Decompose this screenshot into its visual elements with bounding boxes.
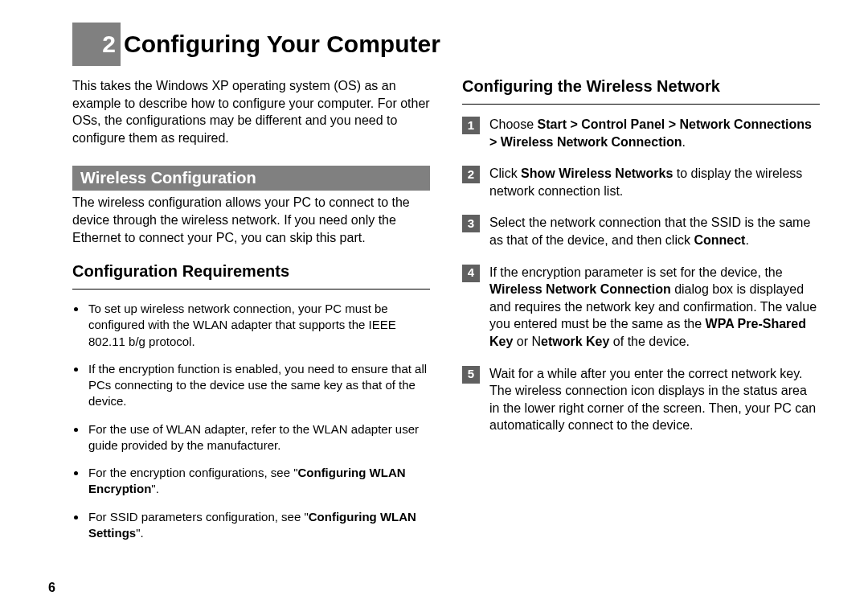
step-text: Click Show Wireless Networks to display …	[489, 165, 820, 199]
chapter-header: 2 Configuring Your Computer	[72, 23, 820, 66]
left-column: This takes the Windows XP operating syst…	[72, 77, 430, 552]
bold-text: etwork Key	[541, 335, 609, 348]
right-column: Configuring the Wireless Network 1 Choos…	[462, 77, 820, 552]
text: ".	[151, 482, 159, 495]
step-item: 1 Choose Start > Control Panel > Network…	[462, 116, 820, 150]
chapter-title: Configuring Your Computer	[124, 31, 440, 58]
subheading-wrap-config-net: Configuring the Wireless Network	[462, 77, 820, 105]
step-item: 2 Click Show Wireless Networks to displa…	[462, 165, 820, 199]
section-heading-wireless-config: Wireless Configuration	[72, 166, 430, 191]
text: For SSID parameters configuration, see "	[88, 510, 309, 524]
text: of the device.	[609, 335, 690, 348]
text: .	[682, 135, 685, 149]
subheading-config-net: Configuring the Wireless Network	[462, 77, 820, 96]
text: Select the network connection that the S…	[489, 216, 810, 247]
step-text: Select the network connection that the S…	[489, 214, 820, 248]
text: or N	[513, 335, 541, 348]
list-item: For the encryption configurations, see "…	[87, 465, 430, 498]
page-number: 6	[48, 581, 55, 595]
text: For the encryption configurations, see "	[88, 466, 297, 479]
step-number-box: 4	[462, 265, 480, 282]
list-item: To set up wireless network connection, y…	[87, 301, 430, 350]
text: ".	[136, 526, 144, 540]
chapter-number-box: 2	[72, 23, 121, 66]
two-column-layout: This takes the Windows XP operating syst…	[72, 77, 820, 552]
step-text: Choose Start > Control Panel > Network C…	[489, 116, 820, 150]
document-page: 2 Configuring Your Computer This takes t…	[0, 0, 868, 616]
intro-paragraph: This takes the Windows XP operating syst…	[72, 77, 430, 146]
bold-text: Wireless Network Connection	[489, 282, 671, 296]
text: Click	[489, 166, 521, 180]
list-item: For the use of WLAN adapter, refer to th…	[87, 421, 430, 454]
step-number-box: 2	[462, 166, 480, 183]
bold-text: Start > Control Panel > Network Connecti…	[489, 117, 812, 149]
subheading-config-req: Configuration Requirements	[72, 262, 430, 281]
step-item: 3 Select the network connection that the…	[462, 214, 820, 248]
list-item: If the encryption function is enabled, y…	[87, 361, 430, 410]
text: .	[745, 233, 748, 247]
text: Choose	[489, 117, 538, 131]
bold-text: Show Wireless Networks	[521, 166, 673, 180]
step-item: 4 If the encryption parameter is set for…	[462, 264, 820, 351]
text: If the encryption parameter is set for t…	[489, 265, 783, 279]
step-item: 5 Wait for a while after you enter the c…	[462, 365, 820, 434]
step-number-box: 1	[462, 117, 480, 134]
list-item: For SSID parameters configuration, see "…	[87, 509, 430, 542]
bold-text: Connect	[694, 233, 745, 247]
step-text: If the encryption parameter is set for t…	[489, 264, 820, 351]
steps-list: 1 Choose Start > Control Panel > Network…	[462, 116, 820, 434]
chapter-number: 2	[102, 31, 116, 58]
step-text: Wait for a while after you enter the cor…	[489, 365, 820, 434]
step-number-box: 3	[462, 215, 480, 232]
subheading-wrap-config-req: Configuration Requirements	[72, 262, 430, 290]
step-number-box: 5	[462, 366, 480, 384]
wireless-config-desc: The wireless configuration allows your P…	[72, 194, 430, 246]
config-req-list: To set up wireless network connection, y…	[72, 301, 430, 541]
